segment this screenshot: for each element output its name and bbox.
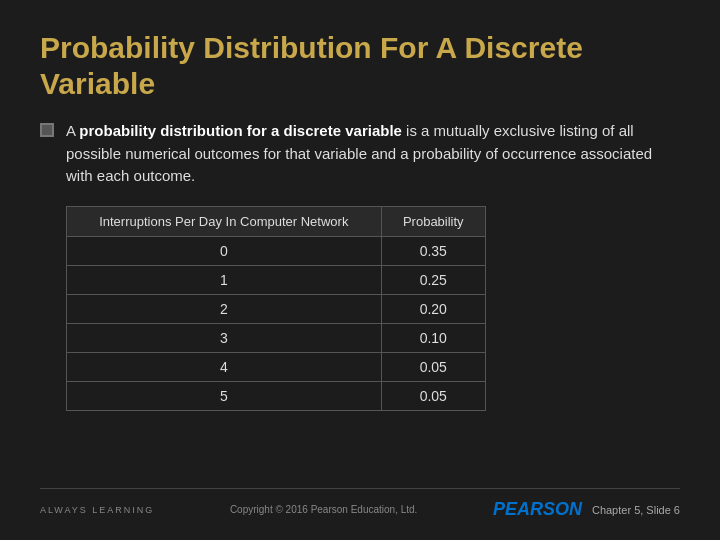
slide-footer: ALWAYS LEARNING Copyright © 2016 Pearson…	[40, 488, 680, 520]
table-wrapper: Interruptions Per Day In Computer Networ…	[66, 206, 680, 411]
table-row: 30.10	[67, 323, 486, 352]
interruptions-cell: 1	[67, 265, 382, 294]
col2-header: Probability	[381, 206, 485, 236]
bullet-text: A probability distribution for a discret…	[66, 120, 680, 188]
probability-cell: 0.10	[381, 323, 485, 352]
probability-table: Interruptions Per Day In Computer Networ…	[66, 206, 486, 411]
table-row: 00.35	[67, 236, 486, 265]
table-row: 50.05	[67, 381, 486, 410]
footer-copyright: Copyright © 2016 Pearson Education, Ltd.	[230, 504, 418, 515]
interruptions-cell: 3	[67, 323, 382, 352]
bullet-text-bold: probability distribution for a discrete …	[79, 122, 402, 139]
interruptions-cell: 5	[67, 381, 382, 410]
footer-always-learning: ALWAYS LEARNING	[40, 505, 154, 515]
table-row: 10.25	[67, 265, 486, 294]
slide-content: A probability distribution for a discret…	[40, 120, 680, 488]
probability-cell: 0.25	[381, 265, 485, 294]
chapter-info: Chapter 5, Slide 6	[592, 504, 680, 516]
probability-cell: 0.35	[381, 236, 485, 265]
bullet-item: A probability distribution for a discret…	[40, 120, 680, 188]
col1-header: Interruptions Per Day In Computer Networ…	[67, 206, 382, 236]
table-row: 40.05	[67, 352, 486, 381]
probability-cell: 0.05	[381, 352, 485, 381]
probability-cell: 0.20	[381, 294, 485, 323]
pearson-logo: PEARSON	[493, 499, 582, 520]
interruptions-cell: 4	[67, 352, 382, 381]
interruptions-cell: 2	[67, 294, 382, 323]
footer-right: PEARSON Chapter 5, Slide 6	[493, 499, 680, 520]
bullet-icon	[40, 123, 54, 137]
probability-cell: 0.05	[381, 381, 485, 410]
table-header-row: Interruptions Per Day In Computer Networ…	[67, 206, 486, 236]
slide-title: Probability Distribution For A Discrete …	[40, 30, 680, 102]
slide: Probability Distribution For A Discrete …	[0, 0, 720, 540]
interruptions-cell: 0	[67, 236, 382, 265]
bullet-text-prefix: A	[66, 122, 79, 139]
table-row: 20.20	[67, 294, 486, 323]
